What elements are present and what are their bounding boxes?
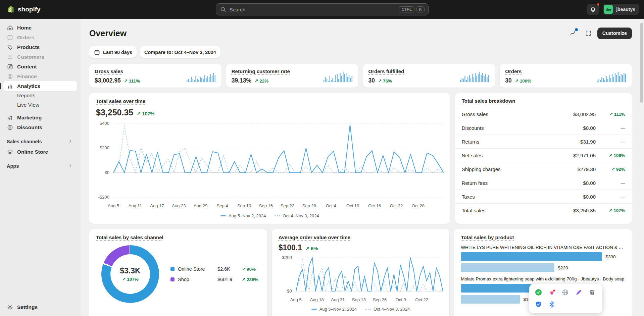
row-change: —	[596, 139, 625, 144]
sidebar-item-customers[interactable]: Customers	[3, 52, 77, 62]
y-axis-label: $0	[287, 288, 292, 294]
customize-button[interactable]: Customize	[597, 28, 632, 39]
sidebar: HomeOrdersProductsCustomersContentFinanc…	[0, 19, 81, 316]
metric-card-orders-fulfilled[interactable]: Orders fulfilled30↗ 76%	[363, 64, 495, 88]
aov-line-chart: $200$0 Aug 5Aug 18Aug 31Sep 13Sep 26Oct …	[279, 256, 443, 312]
channel-change: ↗ 90%	[242, 266, 256, 272]
sidebar-item-orders[interactable]: Orders	[3, 33, 77, 42]
sparkline-chart	[187, 69, 216, 83]
compare-to-button[interactable]: Compare to: Oct 4–Nov 3, 2024	[140, 46, 220, 58]
x-axis-label: Sep 22	[281, 203, 294, 208]
x-axis-label: Oct 22	[415, 297, 428, 302]
global-search-input[interactable]: Search CTRL K	[216, 3, 429, 15]
total-sales-breakdown-card: Total sales breakdown Gross sales$3,002.…	[455, 93, 632, 224]
customers-icon	[7, 54, 13, 60]
sidebar-item-products[interactable]: Products	[3, 42, 77, 52]
x-axis-label: Aug 18	[310, 297, 324, 302]
sidebar-item-label: Online Store	[17, 149, 48, 155]
card-title[interactable]: Total sales breakdown	[462, 98, 515, 104]
x-axis-label: Sep 13	[352, 297, 366, 302]
row-label: Gross sales	[462, 111, 559, 117]
y-axis-label: -$200	[98, 195, 109, 200]
x-axis-label: Sep 4	[217, 203, 228, 208]
insights-button[interactable]	[566, 28, 579, 39]
line-chart-plot	[113, 121, 444, 201]
sidebar-item-settings[interactable]: Settings	[3, 302, 77, 312]
channel-label: Shop	[178, 277, 214, 282]
expand-icon	[585, 30, 592, 37]
date-range-label: Last 90 days	[103, 50, 132, 55]
x-axis-label: Aug 5	[108, 203, 119, 208]
bluetooth-icon[interactable]	[546, 299, 557, 310]
metric-card-returning-customer-rate[interactable]: Returning customer rate39.13%↗ 22%	[226, 64, 358, 88]
channel-value: $2.6K	[217, 266, 238, 272]
metric-cards-row: Gross sales$3,002.95↗ 111%Returning cust…	[89, 64, 632, 88]
product-bar	[461, 295, 520, 304]
scrollbar[interactable]	[639, 19, 644, 316]
user-menu[interactable]: jbe jbeautys	[603, 4, 639, 15]
card-title[interactable]: Total sales by product	[461, 234, 514, 240]
row-change: ↗ 111%	[596, 111, 625, 117]
sidebar-item-discounts[interactable]: Discounts	[3, 122, 77, 132]
date-range-button[interactable]: Last 90 days	[89, 46, 137, 58]
notifications-button[interactable]	[587, 4, 599, 15]
metric-value: 30	[505, 77, 511, 84]
legend-solid-swatch	[311, 309, 317, 310]
x-axis-label: Sep 10	[237, 203, 251, 208]
marketing-icon	[7, 114, 13, 121]
legend-solid-swatch	[220, 215, 226, 216]
card-title[interactable]: Average order value over time	[279, 234, 351, 240]
home-icon	[7, 24, 13, 31]
total-sales-value: $3,250.35	[96, 108, 133, 117]
sidebar-item-label: Finance	[17, 73, 37, 80]
row-value: $3,002.95	[559, 111, 596, 117]
legend-label: Aug 5–Nov 2, 2024	[319, 307, 357, 312]
x-axis-label: Oct 4	[326, 203, 336, 208]
gear-icon	[7, 304, 13, 311]
sidebar-section-label: Apps	[7, 163, 19, 169]
purple-pen-icon[interactable]	[573, 286, 584, 298]
legend-swatch	[170, 277, 175, 281]
row-value: $0.00	[559, 180, 596, 186]
shopify-logo[interactable]: shopify	[0, 5, 47, 14]
k-key: K	[416, 6, 425, 12]
search-icon	[220, 6, 227, 13]
metric-card-gross-sales[interactable]: Gross sales$3,002.95↗ 111%	[89, 64, 221, 88]
sidebar-item-online-store[interactable]: Online Store	[3, 147, 77, 157]
x-axis-label: Oct 10	[346, 203, 359, 208]
sidebar-section-apps[interactable]: Apps	[3, 161, 77, 171]
trash-icon[interactable]	[586, 286, 598, 298]
approve-check-icon[interactable]	[533, 286, 544, 298]
row-label: Net sales	[462, 153, 559, 158]
card-title[interactable]: Total sales by sales channel	[96, 234, 163, 240]
average-order-value-card: Average order value over time $100.1 ↗ 6…	[272, 229, 450, 316]
sidebar-section-sales-channels[interactable]: Sales channels	[3, 136, 77, 147]
scrollbar-thumb[interactable]	[640, 23, 643, 103]
breakdown-row-returns: Returns-$31.90—	[455, 135, 632, 148]
card-title[interactable]: Total sales over time	[96, 98, 145, 104]
finance-icon	[7, 73, 13, 80]
sidebar-item-finance[interactable]: Finance	[3, 71, 77, 81]
sidebar-item-content[interactable]: Content	[3, 62, 77, 71]
x-axis-label: Aug 11	[129, 203, 142, 208]
compare-to-label: Compare to: Oct 4–Nov 3, 2024	[144, 50, 216, 55]
sidebar-item-home[interactable]: Home	[3, 23, 77, 33]
metric-change: ↗ 111%	[124, 78, 140, 84]
metric-value: 39.13%	[232, 77, 251, 84]
sidebar-item-live-view[interactable]: Live View	[3, 100, 77, 110]
pink-highlighter-icon[interactable]	[546, 286, 557, 298]
y-axis-label: $400	[100, 121, 109, 126]
globe-icon[interactable]	[559, 286, 571, 298]
blue-shield-icon[interactable]	[533, 299, 544, 310]
legend-label: Aug 5–Nov 2, 2024	[229, 213, 266, 218]
sidebar-item-analytics[interactable]: Analytics	[3, 81, 77, 91]
total-sales-line-chart: $400$200$0-$200 Aug 5Aug 11Aug 17Aug 23A…	[96, 121, 444, 218]
annotation-toolbar	[529, 284, 602, 313]
row-value: $2,971.05	[559, 153, 596, 158]
fullscreen-button[interactable]	[582, 28, 595, 39]
metric-card-orders[interactable]: Orders30↗ 100%	[500, 64, 632, 88]
y-axis-label: $0	[105, 170, 109, 175]
sidebar-item-marketing[interactable]: Marketing	[3, 113, 77, 122]
sidebar-item-reports[interactable]: Reports	[3, 91, 77, 100]
products-icon	[7, 44, 13, 51]
